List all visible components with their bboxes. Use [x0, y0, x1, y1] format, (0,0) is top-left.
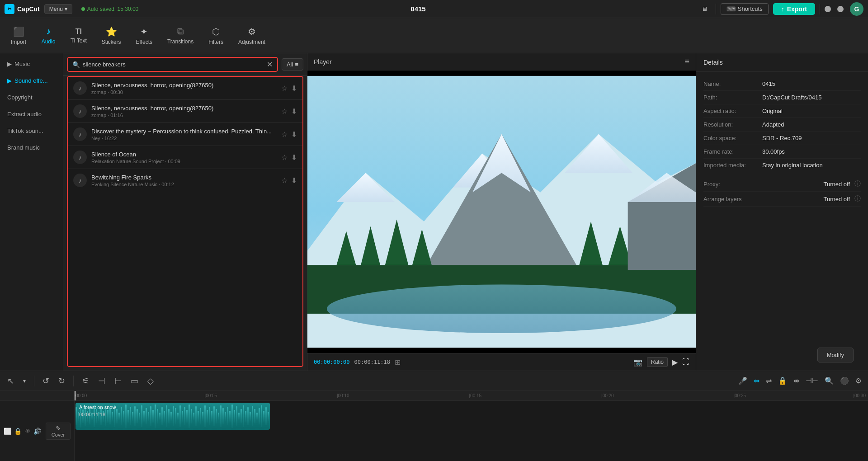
shortcuts-button[interactable]: ⌨ Shortcuts [721, 3, 769, 15]
link-icon-button[interactable]: ⇌ [764, 375, 774, 387]
svg-rect-84 [225, 412, 226, 421]
tool-transitions[interactable]: ⧉ Transitions [161, 24, 200, 47]
music-arrow-icon: ▶ [7, 61, 12, 67]
result-item[interactable]: ♪ Silence, nervousness, horror, opening(… [68, 100, 302, 123]
cover-button[interactable]: ✎ Cover [46, 423, 71, 440]
tool-adjustment[interactable]: ⚙ Adjustment [232, 24, 272, 48]
delete-button[interactable]: ▭ [128, 374, 141, 388]
result-item[interactable]: ♪ Silence, nervousness, horror, opening(… [68, 77, 302, 100]
svg-rect-56 [161, 407, 163, 425]
svg-rect-95 [250, 412, 251, 421]
ratio-button[interactable]: Ratio [647, 357, 668, 367]
monitor-icon-button[interactable]: 🖥 [698, 4, 711, 14]
search-icon: 🔍 [72, 61, 80, 68]
download-button[interactable]: ⬇ [291, 84, 297, 93]
sidebar-item-music[interactable]: ▶ Music [2, 56, 61, 72]
track-audio-button[interactable]: 🔊 [33, 428, 41, 435]
result-item[interactable]: ♪ Bewitching Fire Sparks Evoking Silence… [68, 169, 302, 192]
zoom-out-button[interactable]: 🔍 [823, 375, 835, 387]
svg-rect-60 [170, 412, 172, 421]
split-button[interactable]: ⚟ [79, 374, 92, 388]
split-left-button[interactable]: ⊣ [95, 374, 108, 388]
svg-rect-64 [179, 405, 181, 427]
keyframe-button[interactable]: ◇ [145, 374, 156, 388]
result-info: Discover the mystery ~ Percussion to thi… [91, 128, 277, 141]
tool-stickers[interactable]: ⭐ Stickers [95, 24, 127, 48]
search-box: 🔍 ✕ [67, 57, 278, 72]
svg-rect-73 [200, 408, 201, 424]
video-clip[interactable]: A forest on snow 00:00:11:18 [75, 403, 270, 430]
cover-icon: ✎ [56, 425, 61, 432]
player-panel: Player ≡ [307, 53, 696, 371]
detail-path: Path: D:/CapCut Drafts/0415 [703, 91, 861, 104]
settings-icon-button[interactable]: ⚙ [854, 375, 863, 387]
play-button[interactable]: ▶ [672, 358, 678, 367]
menu-button[interactable]: Menu ▾ [44, 4, 72, 14]
tool-effects[interactable]: ✦ Effects [130, 24, 159, 48]
download-button[interactable]: ⬇ [291, 130, 297, 139]
tool-text[interactable]: TI TI Text [64, 25, 93, 47]
sidebar-item-tiktok[interactable]: TikTok soun... [2, 123, 61, 139]
select-tool-button[interactable]: ↖ [5, 374, 17, 388]
main-container: ▶ Music ▶ Sound effe... Copyright Extrac… [0, 53, 868, 461]
sidebar-item-extract-audio[interactable]: Extract audio [2, 106, 61, 122]
ripple-icon-button[interactable]: ⊣⊢ [804, 375, 820, 387]
search-clear-button[interactable]: ✕ [267, 60, 273, 69]
tool-filters[interactable]: ⬡ Filters [202, 24, 230, 48]
svg-rect-46 [139, 413, 140, 420]
tool-import[interactable]: ⬛ Import [5, 24, 33, 48]
download-button[interactable]: ⬇ [291, 107, 297, 116]
download-button[interactable]: ⬇ [291, 176, 297, 185]
favorite-button[interactable]: ☆ [281, 84, 288, 93]
player-menu-button[interactable]: ≡ [684, 57, 689, 66]
video-area [307, 71, 696, 353]
modify-button[interactable]: Modify [817, 348, 854, 362]
unlink-icon-button[interactable]: ⇎ [792, 375, 801, 387]
detail-resolution: Resolution: Adapted [703, 118, 861, 132]
lock-icon-button[interactable]: 🔒 [776, 375, 789, 387]
redo-button[interactable]: ↻ [56, 374, 68, 388]
screenshot-button[interactable]: 📷 [633, 358, 642, 367]
download-button[interactable]: ⬇ [291, 153, 297, 162]
split-right-button[interactable]: ⊢ [112, 374, 124, 388]
svg-rect-90 [238, 413, 240, 420]
toolbar-separator [34, 376, 34, 386]
svg-rect-70 [193, 413, 194, 420]
audio-icon: ♪ [46, 26, 51, 37]
fullscreen-button[interactable]: ⛶ [682, 358, 689, 366]
result-meta: Ney · 16:22 [91, 136, 277, 141]
svg-rect-47 [141, 405, 142, 427]
export-icon: ↑ [781, 5, 784, 13]
minimize-button[interactable] [825, 6, 831, 12]
timeline-cursor[interactable] [75, 391, 75, 400]
timeline-grid-button[interactable]: ⊞ [395, 358, 401, 367]
search-input[interactable] [83, 61, 264, 68]
sidebar-item-sound-effects[interactable]: ▶ Sound effe... [2, 73, 61, 89]
favorite-button[interactable]: ☆ [281, 130, 288, 139]
undo-button[interactable]: ↺ [40, 374, 52, 388]
export-button[interactable]: ↑ Export [773, 3, 815, 15]
favorite-button[interactable]: ☆ [281, 107, 288, 116]
logo-icon: ✂ [5, 4, 14, 14]
maximize-button[interactable] [837, 6, 844, 12]
search-filter-button[interactable]: All ≡ [282, 58, 303, 71]
track-visibility-button[interactable]: 👁 [24, 428, 31, 435]
result-title: Silence, nervousness, horror, opening(82… [91, 105, 277, 112]
ruler-mark-6: |00:30 [853, 393, 866, 398]
result-item[interactable]: ♪ Discover the mystery ~ Percussion to t… [68, 123, 302, 146]
svg-rect-50 [148, 412, 149, 421]
mic-icon-button[interactable]: 🎤 [736, 375, 749, 387]
zoom-in-button[interactable]: ⚫ [838, 375, 851, 387]
magnet-icon-button[interactable]: ⇔ [752, 375, 761, 387]
favorite-button[interactable]: ☆ [281, 176, 288, 185]
sidebar-item-brand-music[interactable]: Brand music [2, 140, 61, 155]
track-toggle-button[interactable]: ⬜ [4, 428, 11, 435]
result-item[interactable]: ♪ Silence of Ocean Relaxation Nature Sou… [68, 146, 302, 169]
select-dropdown-button[interactable]: ▾ [20, 376, 28, 386]
track-lock-button[interactable]: 🔒 [14, 428, 22, 435]
user-avatar[interactable]: G [850, 2, 863, 16]
sidebar-item-copyright[interactable]: Copyright [2, 89, 61, 105]
favorite-button[interactable]: ☆ [281, 153, 288, 162]
app-logo: ✂ CapCut [5, 4, 40, 14]
tool-audio[interactable]: ♪ Audio [35, 24, 62, 47]
